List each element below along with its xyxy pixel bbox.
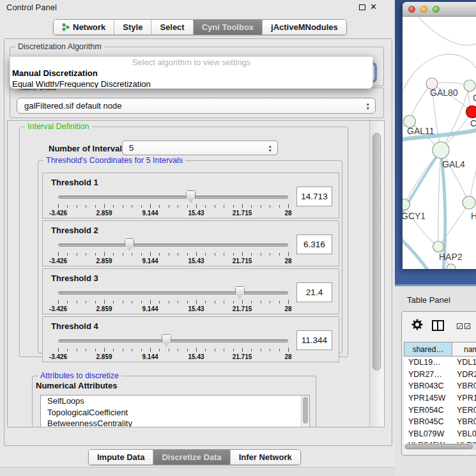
numerical-attributes-list[interactable]: SelfLoopsTopologicalCoefficientBetweenne…	[40, 395, 310, 427]
gear-icon[interactable]	[411, 319, 423, 330]
slider-scale-label: 28	[284, 210, 291, 217]
checkbox-icon[interactable]: ✓	[457, 323, 463, 329]
threshold-value-field[interactable]: 11.344	[296, 330, 332, 350]
tab-network[interactable]: Network	[54, 20, 114, 35]
network-node-label: C	[470, 118, 476, 128]
slider-tick	[67, 301, 68, 303]
table-row[interactable]: YPR145WYPR1	[404, 392, 476, 404]
slider-tick	[113, 301, 114, 303]
control-panel-title: Control Panel	[6, 3, 57, 12]
network-node-c[interactable]	[466, 106, 476, 118]
table-row[interactable]: YBL079WYBL0	[404, 428, 476, 440]
close-window-icon[interactable]: ✕	[370, 2, 377, 12]
tab-select[interactable]: Select	[151, 20, 193, 35]
network-node-ga[interactable]	[464, 80, 475, 91]
cell-shared-name[interactable]: YBL079W	[404, 429, 452, 438]
threshold-4-box: Threshold 4-3.4262.8599.14415.4321.71528…	[42, 316, 339, 362]
table-data-combobox[interactable]: galFiltered.sif default node ▲▼	[17, 98, 376, 114]
network-canvas[interactable]: GAL80GACGAL11GAL4GCY1HHAP2	[403, 17, 476, 269]
slider-tick	[67, 205, 68, 208]
minimize-traffic-light-icon[interactable]	[420, 6, 427, 13]
slider-handle[interactable]	[125, 238, 134, 250]
cell-shared-name[interactable]: YPR145W	[404, 394, 452, 403]
float-window-icon[interactable]	[359, 4, 365, 10]
attributes-list-scrollbar[interactable]	[301, 395, 309, 427]
column-header-name[interactable]: name	[452, 342, 476, 357]
network-node-label: GCY1	[403, 211, 426, 221]
cell-shared-name[interactable]: YDL19…	[404, 358, 452, 367]
number-of-intervals-spinner[interactable]: 5 ▲▼	[122, 141, 278, 155]
slider-scale-label: 15.43	[188, 210, 204, 217]
checkbox-icon[interactable]: ✓	[464, 323, 470, 329]
slider-tick	[86, 301, 86, 303]
threshold-3-box: Threshold 3-3.4262.8599.14415.4321.71528…	[42, 268, 339, 314]
table-row[interactable]: YDR27…YDR2	[404, 369, 476, 381]
cell-name[interactable]: YBR0	[452, 417, 476, 426]
attributes-scroll-thumb[interactable]	[303, 397, 308, 424]
slider-track[interactable]	[58, 243, 288, 247]
slider-handle[interactable]	[186, 190, 196, 203]
network-node-gcy1[interactable]	[403, 199, 410, 210]
column-layout-icon[interactable]	[432, 320, 444, 331]
network-node-gal4[interactable]	[433, 142, 449, 158]
attribute-item[interactable]: BetweennessCentrality	[41, 418, 309, 427]
tab-cyni-toolbox[interactable]: Cyni Toolbox	[194, 20, 263, 35]
tab-infer-network[interactable]: Infer Network	[231, 450, 300, 464]
algorithm-option-manual-discretization[interactable]: Manual Discretization	[10, 68, 372, 79]
slider-tick	[270, 253, 270, 256]
tab-style[interactable]: Style	[114, 20, 151, 35]
table-data-group: Table Data galFiltered.sif default node …	[10, 88, 384, 118]
network-window-titlebar	[403, 2, 476, 17]
network-node[interactable]	[447, 264, 456, 269]
table-row[interactable]: YBR043CYBR0	[404, 380, 476, 392]
cell-name[interactable]: YPR1	[452, 394, 476, 403]
table-horizontal-scrollbar[interactable]	[404, 443, 476, 450]
threshold-slider[interactable]: -3.4262.8599.14415.4321.71528	[58, 334, 288, 360]
slider-tick	[233, 301, 234, 303]
network-node-hap2[interactable]	[433, 242, 444, 252]
tab-jactivemnodules[interactable]: jActiveMNodules	[263, 20, 346, 35]
table-row[interactable]: YER054CYER0	[404, 404, 476, 416]
network-view-window[interactable]: GAL80GACGAL11GAL4GCY1HHAP2	[403, 2, 476, 269]
slider-track[interactable]	[58, 339, 288, 342]
cell-name[interactable]: YBL0	[452, 429, 476, 438]
cell-shared-name[interactable]: YDR27…	[404, 370, 452, 379]
cell-shared-name[interactable]: YER054C	[404, 406, 452, 415]
bottom-tab-bar: Impute DataDiscretize DataInfer Network	[88, 449, 301, 465]
table-row[interactable]: YBR045CYBR0	[404, 416, 476, 428]
network-node-h[interactable]	[463, 196, 475, 209]
attribute-item[interactable]: SelfLoops	[41, 395, 309, 407]
tab-discretize-data[interactable]: Discretize Data	[153, 450, 230, 464]
cell-name[interactable]: YBR0	[452, 381, 476, 390]
slider-tick	[104, 300, 105, 304]
threshold-value-field[interactable]: 21.4	[296, 282, 332, 302]
cell-name[interactable]: YER0	[452, 406, 476, 415]
slider-handle[interactable]	[235, 286, 245, 298]
cell-name[interactable]: YDR2	[452, 370, 476, 379]
threshold-slider[interactable]: -3.4262.8599.14415.4321.71528	[58, 286, 288, 312]
slider-tick	[224, 349, 224, 351]
threshold-value-field[interactable]: 6.316	[296, 234, 332, 254]
slider-handle[interactable]	[162, 334, 171, 346]
threshold-slider[interactable]: -3.4262.8599.14415.4321.71528	[58, 190, 288, 217]
slider-tick	[187, 253, 188, 256]
close-traffic-light-icon[interactable]	[408, 6, 415, 13]
attribute-item[interactable]: TopologicalCoefficient	[41, 407, 309, 418]
threshold-slider[interactable]: -3.4262.8599.14415.4321.71528	[58, 238, 288, 265]
settings-scroll-thumb[interactable]	[372, 133, 381, 371]
column-header-shared[interactable]: shared…	[404, 342, 452, 357]
threshold-value-field[interactable]: 14.713	[296, 187, 332, 206]
settings-vertical-scrollbar[interactable]	[369, 121, 384, 427]
cell-name[interactable]: YDL1	[452, 358, 476, 367]
cell-shared-name[interactable]: YBR045C	[404, 417, 452, 426]
algorithm-option-equal-width-frequency-discretization[interactable]: Equal Width/Frequency Discretization	[10, 79, 372, 89]
slider-tick	[159, 253, 160, 256]
table-scroll-thumb[interactable]	[405, 444, 473, 449]
slider-track[interactable]	[58, 196, 288, 199]
zoom-traffic-light-icon[interactable]	[433, 6, 440, 13]
slider-tick	[95, 349, 96, 351]
cell-shared-name[interactable]: YBR043C	[404, 381, 452, 390]
table-row[interactable]: YDL19…YDL1	[404, 357, 476, 369]
tab-impute-data[interactable]: Impute Data	[89, 450, 153, 464]
slider-track[interactable]	[58, 291, 288, 295]
